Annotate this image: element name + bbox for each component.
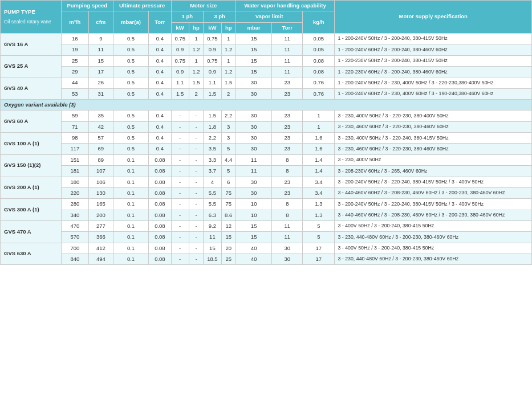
torr2-cell: 23: [272, 121, 303, 132]
hp1-cell: 2: [189, 88, 203, 99]
cfm-cell: 494: [88, 254, 113, 264]
m3h-cell: 44: [61, 77, 88, 88]
pump-name-cell: GVS 200 A (1): [1, 177, 62, 199]
cfm-cell: 11: [88, 44, 113, 55]
mbar-cell: 15: [235, 67, 272, 77]
hp3-cell: 2: [221, 88, 235, 99]
hp3-cell: 6: [221, 177, 235, 187]
torr2-cell: 11: [272, 55, 303, 66]
kw1-cell: -: [171, 166, 189, 177]
hp1-cell: 1.2: [189, 67, 203, 77]
kw1-cell: -: [171, 220, 189, 231]
kw3-cell: 11: [204, 232, 221, 243]
torr2-cell: 23: [272, 177, 303, 187]
kgh-cell: 1.4: [303, 166, 335, 177]
pump-name-cell: GVS 470 A: [1, 220, 62, 243]
kgh-cell: 5: [303, 220, 335, 231]
hp3-cell: 75: [221, 199, 235, 210]
main-table-container: PUMP TYPE Oil sealed rotary vane Pumping…: [0, 0, 532, 265]
hp3-cell: 12: [221, 220, 235, 231]
motor-spec-cell: 1 - 200-240V 60Hz / 3 - 230, 400V 60Hz /…: [335, 88, 532, 99]
torr-cell: 0.4: [149, 34, 171, 44]
pump-name-cell: GVS 150 (1)(2): [1, 154, 62, 177]
m3h-cell: 25: [61, 55, 88, 66]
mbar-cell: 30: [235, 144, 272, 154]
kgh-cell: 1.4: [303, 154, 335, 165]
hp3-cell: 3: [221, 133, 235, 144]
table-row: GVS 16 A1690.50.40.7510.75115110.051 - 2…: [1, 34, 532, 44]
motor-spec-cell: 3 - 230, 400V 50Hz / 3 - 220-240, 380-41…: [335, 133, 532, 144]
mbar-a-cell: 0.5: [113, 44, 149, 55]
hp3-cell: 75: [221, 187, 235, 198]
oxygen-variant-row: Oxygen variant available (3): [1, 100, 532, 111]
cfm-cell: 89: [88, 154, 113, 165]
table-row: GVS 470 A4702770.10.08--9.212151153 - 40…: [1, 220, 532, 231]
motor-spec-cell: 3 - 230, 440-480V 60Hz / 3 - 200-230, 38…: [335, 232, 532, 243]
water-vapor-header: Water vapor handling capability: [235, 1, 335, 11]
cfm-cell: 107: [88, 166, 113, 177]
kw3-cell: 3.3: [204, 154, 221, 165]
torr-cell: 0.08: [149, 243, 171, 254]
kw3-cell: 3.7: [204, 166, 221, 177]
mbar-cell: 40: [235, 254, 272, 264]
kgh-cell: 0.05: [303, 44, 335, 55]
m3h-cell: 16: [61, 34, 88, 44]
table-row: 2201300.10.08--5.57530233.43 - 440-460V …: [1, 187, 532, 198]
kw1-cell: -: [171, 144, 189, 154]
mbar-cell: 11: [235, 154, 272, 165]
kw3-cell: 1.1: [204, 77, 221, 88]
torr2-cell: 23: [272, 111, 303, 121]
hp3-cell: 8.6: [221, 210, 235, 220]
cfm-cell: 15: [88, 55, 113, 66]
kgh-cell: 17: [303, 243, 335, 254]
mbar-cell: 15: [235, 220, 272, 231]
kw3-cell: 9.2: [204, 220, 221, 231]
mbar-a-cell: 0.1: [113, 210, 149, 220]
motor-spec-cell: 3 - 230, 400V 50Hz: [335, 154, 532, 165]
torr-cell: 0.4: [149, 88, 171, 99]
pump-subtype-label: Oil sealed rotary vane: [4, 19, 59, 25]
hp3-cell: 1.5: [221, 77, 235, 88]
motor-supply-header: Motor supply specification: [335, 1, 532, 34]
mbar-cell: 30: [235, 88, 272, 99]
motor-spec-cell: 3 - 230, 460V 60Hz / 3 - 220-230, 380-46…: [335, 121, 532, 132]
hp3-cell: 1: [221, 55, 235, 66]
ph3-header: 3 ph: [204, 11, 236, 22]
torr2-cell: 30: [272, 254, 303, 264]
mbar-cell: 15: [235, 44, 272, 55]
cfm-cell: 31: [88, 88, 113, 99]
hp1-cell: -: [189, 177, 203, 187]
hp1-cell: -: [189, 154, 203, 165]
hp1-cell: -: [189, 232, 203, 243]
motor-spec-cell: 3 - 200-240V 50Hz / 3 - 220-240, 380-415…: [335, 177, 532, 187]
pumping-speed-header: Pumping speed: [61, 1, 113, 11]
cfm-cell: 26: [88, 77, 113, 88]
kgh-cell: 1.3: [303, 199, 335, 210]
hp3-cell: 4.4: [221, 154, 235, 165]
kw1-cell: 1.5: [171, 88, 189, 99]
mbar-cell: 10: [235, 199, 272, 210]
m3h-cell: 71: [61, 121, 88, 132]
torr2-cell: 23: [272, 77, 303, 88]
kgh-cell: 0.08: [303, 55, 335, 66]
mbar-a-cell: 0.5: [113, 67, 149, 77]
mbar-a-cell: 0.5: [113, 34, 149, 44]
torr2-cell: 8: [272, 210, 303, 220]
mbar-a-cell: 0.5: [113, 88, 149, 99]
pump-specs-table: PUMP TYPE Oil sealed rotary vane Pumping…: [0, 0, 532, 265]
hp1-cell: -: [189, 243, 203, 254]
torr-cell: 0.4: [149, 77, 171, 88]
motor-spec-cell: 3 - 230, 460V 60Hz / 3 - 220-230, 380-46…: [335, 144, 532, 154]
pump-name-cell: GVS 40 A: [1, 77, 62, 100]
hp3-cell: 20: [221, 243, 235, 254]
kw3-cell: 5.5: [204, 187, 221, 198]
mbar-a-cell: 0.1: [113, 232, 149, 243]
m3h-cell: 53: [61, 88, 88, 99]
hp3-cell: 25: [221, 254, 235, 264]
torr2-cell: 11: [272, 220, 303, 231]
hp1-header: hp: [189, 22, 203, 33]
table-row: 53310.50.41.521.5230230.761 - 200-240V 6…: [1, 88, 532, 99]
cfm-cell: 57: [88, 133, 113, 144]
m3h-cell: 220: [61, 187, 88, 198]
torr2-cell: 8: [272, 166, 303, 177]
